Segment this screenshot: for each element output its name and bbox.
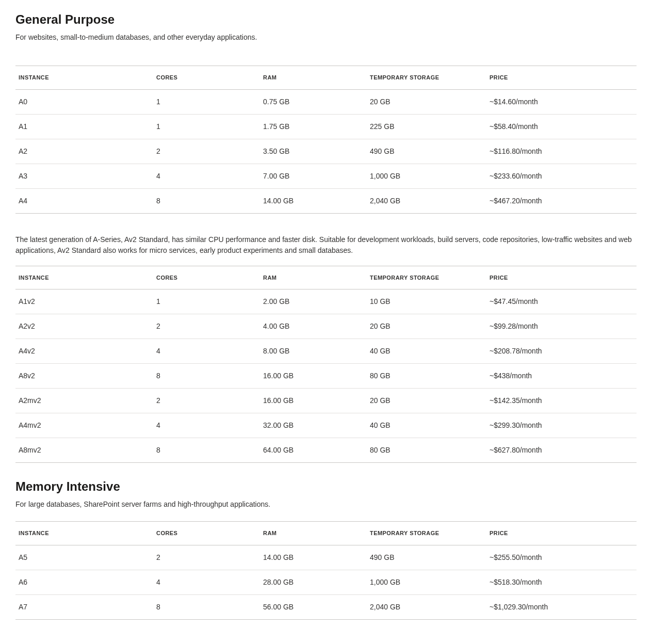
table-body: A1v212.00 GB10 GB~$47.45/monthA2v224.00 … xyxy=(15,289,637,463)
cell-price: ~$47.45/month xyxy=(486,289,637,314)
col-header-ram: RAM xyxy=(260,66,367,90)
cell-price: ~$99.28/month xyxy=(486,314,637,339)
cell-cores: 4 xyxy=(153,570,260,594)
cell-ram: 16.00 GB xyxy=(260,389,367,413)
cell-ram: 4.00 GB xyxy=(260,314,367,339)
table-row: A2mv2216.00 GB20 GB~$142.35/month xyxy=(15,389,637,413)
cell-storage: 2,040 GB xyxy=(367,594,486,619)
cell-storage: 1,000 GB xyxy=(367,570,486,594)
section-title: Memory Intensive xyxy=(15,477,637,496)
cell-cores: 1 xyxy=(153,89,260,114)
cell-price: ~$438/month xyxy=(486,364,637,389)
cell-storage: 490 GB xyxy=(367,545,486,570)
cell-instance: A2mv2 xyxy=(15,389,153,413)
pricing-page: General Purpose For websites, small-to-m… xyxy=(0,0,652,640)
table-header-row: INSTANCE CORES RAM TEMPORARY STORAGE PRI… xyxy=(15,522,637,545)
table-row: A223.50 GB490 GB~$116.80/month xyxy=(15,139,637,164)
cell-ram: 14.00 GB xyxy=(260,545,367,570)
cell-price: ~$255.50/month xyxy=(486,545,637,570)
section-description: For large databases, SharePoint server f… xyxy=(15,499,637,510)
cell-price: ~$467.20/month xyxy=(486,188,637,213)
table-row: A4814.00 GB2,040 GB~$467.20/month xyxy=(15,188,637,213)
col-header-cores: CORES xyxy=(153,522,260,545)
cell-price: ~$233.60/month xyxy=(486,164,637,188)
cell-cores: 8 xyxy=(153,594,260,619)
table-row: A8mv2864.00 GB80 GB~$627.80/month xyxy=(15,438,637,463)
col-header-storage: TEMPORARY STORAGE xyxy=(367,266,486,289)
cell-price: ~$299.30/month xyxy=(486,413,637,438)
col-header-cores: CORES xyxy=(153,66,260,90)
table-row: A6428.00 GB1,000 GB~$518.30/month xyxy=(15,570,637,594)
cell-ram: 2.00 GB xyxy=(260,289,367,314)
col-header-price: PRICE xyxy=(486,266,637,289)
cell-cores: 4 xyxy=(153,164,260,188)
table-row: A111.75 GB225 GB~$58.40/month xyxy=(15,114,637,139)
table-row: A8v2816.00 GB80 GB~$438/month xyxy=(15,364,637,389)
cell-cores: 1 xyxy=(153,114,260,139)
cell-storage: 40 GB xyxy=(367,413,486,438)
cell-cores: 2 xyxy=(153,139,260,164)
section-general-purpose: General Purpose For websites, small-to-m… xyxy=(15,10,637,463)
cell-ram: 14.00 GB xyxy=(260,188,367,213)
table-header-row: INSTANCE CORES RAM TEMPORARY STORAGE PRI… xyxy=(15,266,637,289)
cell-storage: 40 GB xyxy=(367,339,486,364)
cell-storage: 490 GB xyxy=(367,139,486,164)
table-row: A4mv2432.00 GB40 GB~$299.30/month xyxy=(15,413,637,438)
table-body: A5214.00 GB490 GB~$255.50/monthA6428.00 … xyxy=(15,545,637,619)
cell-cores: 2 xyxy=(153,545,260,570)
cell-instance: A2 xyxy=(15,139,153,164)
col-header-storage: TEMPORARY STORAGE xyxy=(367,66,486,90)
cell-instance: A4 xyxy=(15,188,153,213)
cell-instance: A0 xyxy=(15,89,153,114)
cell-instance: A4mv2 xyxy=(15,413,153,438)
col-header-storage: TEMPORARY STORAGE xyxy=(367,522,486,545)
section-interlude: The latest generation of A-Series, Av2 S… xyxy=(15,234,637,256)
cell-storage: 80 GB xyxy=(367,364,486,389)
cell-ram: 8.00 GB xyxy=(260,339,367,364)
table-header-row: INSTANCE CORES RAM TEMPORARY STORAGE PRI… xyxy=(15,66,637,90)
table-row: A2v224.00 GB20 GB~$99.28/month xyxy=(15,314,637,339)
cell-storage: 20 GB xyxy=(367,314,486,339)
col-header-instance: INSTANCE xyxy=(15,266,153,289)
cell-ram: 7.00 GB xyxy=(260,164,367,188)
cell-instance: A7 xyxy=(15,594,153,619)
table-row: A010.75 GB20 GB~$14.60/month xyxy=(15,89,637,114)
cell-price: ~$1,029.30/month xyxy=(486,594,637,619)
section-memory-intensive: Memory Intensive For large databases, Sh… xyxy=(15,477,637,620)
table-row: A1v212.00 GB10 GB~$47.45/month xyxy=(15,289,637,314)
cell-ram: 3.50 GB xyxy=(260,139,367,164)
col-header-instance: INSTANCE xyxy=(15,66,153,90)
cell-cores: 1 xyxy=(153,289,260,314)
cell-instance: A1v2 xyxy=(15,289,153,314)
cell-instance: A2v2 xyxy=(15,314,153,339)
cell-ram: 32.00 GB xyxy=(260,413,367,438)
col-header-price: PRICE xyxy=(486,522,637,545)
section-description: For websites, small-to-medium databases,… xyxy=(15,32,637,43)
pricing-table-memory: INSTANCE CORES RAM TEMPORARY STORAGE PRI… xyxy=(15,521,637,620)
table-row: A5214.00 GB490 GB~$255.50/month xyxy=(15,545,637,570)
cell-cores: 2 xyxy=(153,314,260,339)
cell-instance: A1 xyxy=(15,114,153,139)
cell-ram: 64.00 GB xyxy=(260,438,367,463)
cell-storage: 20 GB xyxy=(367,89,486,114)
cell-price: ~$627.80/month xyxy=(486,438,637,463)
col-header-cores: CORES xyxy=(153,266,260,289)
cell-price: ~$142.35/month xyxy=(486,389,637,413)
cell-instance: A3 xyxy=(15,164,153,188)
table-row: A7856.00 GB2,040 GB~$1,029.30/month xyxy=(15,594,637,619)
cell-price: ~$208.78/month xyxy=(486,339,637,364)
cell-cores: 8 xyxy=(153,438,260,463)
col-header-instance: INSTANCE xyxy=(15,522,153,545)
cell-storage: 1,000 GB xyxy=(367,164,486,188)
cell-price: ~$518.30/month xyxy=(486,570,637,594)
cell-instance: A4v2 xyxy=(15,339,153,364)
cell-price: ~$58.40/month xyxy=(486,114,637,139)
pricing-table-general-a: INSTANCE CORES RAM TEMPORARY STORAGE PRI… xyxy=(15,66,637,214)
table-body: A010.75 GB20 GB~$14.60/monthA111.75 GB22… xyxy=(15,89,637,213)
cell-instance: A8mv2 xyxy=(15,438,153,463)
col-header-ram: RAM xyxy=(260,522,367,545)
cell-storage: 225 GB xyxy=(367,114,486,139)
cell-ram: 16.00 GB xyxy=(260,364,367,389)
cell-cores: 4 xyxy=(153,339,260,364)
cell-instance: A6 xyxy=(15,570,153,594)
